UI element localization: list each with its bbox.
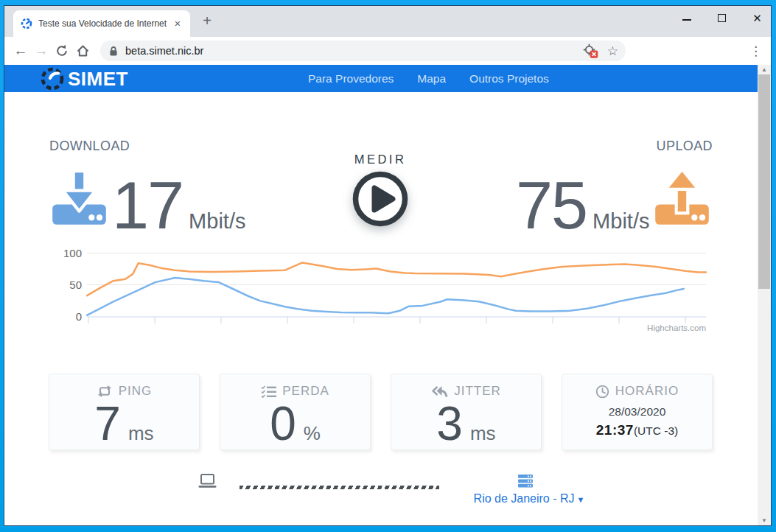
location-blocked-icon[interactable] [583, 43, 598, 58]
ping-value: 7 [94, 399, 121, 449]
start-test-button[interactable] [351, 169, 410, 228]
download-value-row: 17 Mbit/s [112, 172, 245, 239]
close-button[interactable]: ✕ [752, 13, 762, 23]
lock-icon [109, 46, 118, 57]
jitter-label: JITTER [454, 384, 501, 399]
measure-label: MEDIR [307, 153, 454, 167]
ping-label: PING [119, 384, 153, 399]
page-content: SIMET Para Provedores Mapa Outros Projet… [4, 65, 758, 525]
server-location-dropdown[interactable]: Rio de Janeiro - RJ▼ [448, 492, 610, 505]
chevron-down-icon: ▼ [577, 495, 585, 504]
page: SIMET Para Provedores Mapa Outros Projet… [4, 65, 771, 525]
upload-value: 75 [516, 172, 587, 239]
favicon-gauge-icon [21, 18, 32, 29]
reply-all-icon [431, 385, 448, 398]
browser-toolbar: ← → beta.simet.nic.br [4, 37, 771, 65]
test-time-row: 21:37(UTC -3) [562, 422, 712, 438]
scrollbar[interactable]: ▲ ▼ [758, 65, 771, 525]
forward-icon[interactable]: → [31, 43, 52, 59]
play-icon [351, 169, 410, 228]
tab-strip: Teste sua Velocidade de Internet × + ✕ [4, 6, 771, 37]
server-location: Rio de Janeiro - RJ [474, 492, 575, 505]
download-value: 17 [112, 172, 183, 239]
download-label: DOWNLOAD [49, 139, 130, 154]
reload-icon[interactable] [52, 44, 72, 57]
clock-icon [595, 385, 609, 399]
upload-value-row: 75 Mbit/s [516, 172, 649, 239]
ping-unit: ms [128, 422, 154, 445]
gauge-icon [40, 66, 66, 91]
repeat-icon [97, 385, 113, 398]
perda-unit: % [304, 422, 321, 445]
window-controls: ✕ [682, 10, 762, 26]
site-nav: Para Provedores Mapa Outros Projetos [308, 65, 549, 92]
scroll-down-icon[interactable]: ▼ [758, 516, 771, 525]
site-header: SIMET Para Provedores Mapa Outros Projet… [4, 65, 758, 92]
perda-label: PERDA [282, 384, 329, 399]
logo-text: SIMET [68, 68, 128, 91]
connection-line [240, 486, 439, 489]
nav-para-provedores[interactable]: Para Provedores [308, 72, 394, 85]
simet-logo[interactable]: SIMET [40, 66, 128, 91]
checklist-icon [261, 385, 276, 398]
url-text[interactable]: beta.simet.nic.br [125, 45, 574, 57]
test-date: 28/03/2020 [562, 405, 712, 419]
back-icon[interactable]: ← [10, 43, 31, 59]
browser-menu-icon[interactable]: ⋮ [749, 43, 762, 59]
tab-close-icon[interactable]: × [171, 17, 184, 30]
svg-text:Highcharts.com: Highcharts.com [647, 323, 706, 332]
scroll-up-icon[interactable]: ▲ [758, 65, 771, 74]
perda-card: PERDA 0 % [220, 374, 371, 450]
client-laptop-icon [198, 473, 217, 489]
horario-label: HORÁRIO [615, 384, 679, 399]
server-icon [518, 475, 533, 488]
scrollbar-thumb[interactable] [758, 74, 770, 289]
nav-mapa[interactable]: Mapa [417, 72, 446, 85]
new-tab-button[interactable]: + [198, 12, 217, 31]
speed-chart: 050100Highcharts.com [55, 244, 711, 337]
svg-text:50: 50 [69, 279, 82, 291]
home-icon[interactable] [72, 44, 93, 57]
maximize-button[interactable] [717, 13, 727, 23]
upload-label: UPLOAD [657, 139, 713, 154]
browser-window: Teste sua Velocidade de Internet × + ✕ ←… [4, 5, 772, 526]
svg-text:0: 0 [76, 310, 82, 323]
ping-card: PING 7 ms [49, 374, 200, 450]
jitter-card: JITTER 3 ms [391, 374, 542, 450]
tab-title: Teste sua Velocidade de Internet [38, 18, 171, 29]
bookmark-star-icon[interactable]: ☆ [607, 43, 618, 59]
horario-card: HORÁRIO 28/03/2020 21:37(UTC -3) [562, 374, 713, 450]
upload-unit: Mbit/s [593, 209, 649, 234]
browser-tab[interactable]: Teste sua Velocidade de Internet × [13, 10, 190, 37]
result-cards: PING 7 ms [49, 374, 713, 450]
test-timezone: (UTC -3) [634, 424, 678, 437]
minimize-button[interactable] [682, 13, 691, 23]
jitter-unit: ms [470, 422, 496, 445]
nav-outros-projetos[interactable]: Outros Projetos [469, 72, 549, 85]
svg-text:100: 100 [63, 247, 82, 259]
address-bar[interactable]: beta.simet.nic.br ☆ [100, 41, 626, 61]
window-frame: Teste sua Velocidade de Internet × + ✕ ←… [0, 0, 776, 532]
download-unit: Mbit/s [189, 209, 245, 234]
upload-icon [651, 167, 713, 228]
perda-value: 0 [270, 399, 296, 449]
jitter-value: 3 [436, 399, 463, 449]
test-time: 21:37 [596, 422, 634, 438]
download-icon [49, 167, 110, 228]
